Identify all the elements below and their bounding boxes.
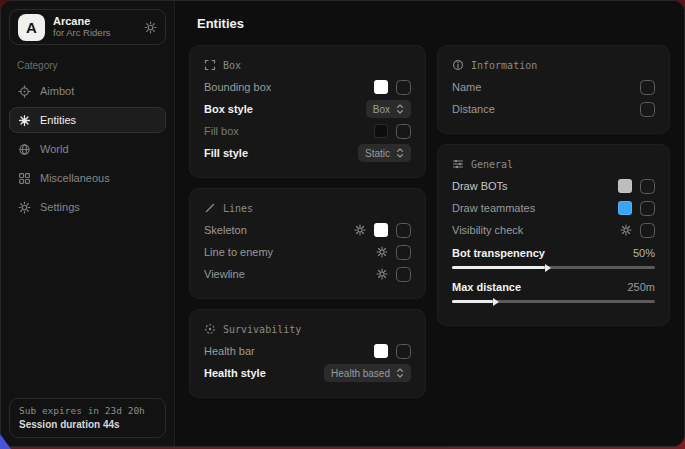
line-to-enemy-row: Line to enemy [204,241,411,263]
sidebar-item-label: Miscellaneous [40,172,110,184]
sidebar-item-world[interactable]: World [9,136,166,162]
color-swatch[interactable] [618,179,632,193]
gear-icon[interactable] [620,224,632,236]
sidebar-item-label: Entities [40,114,76,126]
draw-teammates-row: Draw teammates [452,197,655,219]
health-bar-checkbox[interactable] [396,344,411,359]
gear-icon [18,201,31,214]
sidebar-item-entities[interactable]: Entities [9,107,166,133]
sidebar-item-label: World [40,143,69,155]
bot-transparency-slider[interactable] [452,266,655,269]
category-label: Category [17,60,158,71]
chevron-up-down-icon [396,104,404,114]
color-swatch[interactable] [374,223,388,237]
fill-style-row: Fill style Static [204,142,411,164]
app-logo-badge: A [18,14,45,41]
grid-icon [18,172,31,185]
color-swatch[interactable] [374,344,388,358]
sidebar-item-settings[interactable]: Settings [9,194,166,220]
gear-icon[interactable] [376,246,388,258]
chevron-up-down-icon [396,368,404,378]
fill-box-checkbox[interactable] [396,124,411,139]
main-panel: Entities Box Bounding box [175,1,684,446]
section-title: Lines [223,203,253,214]
information-section: Information Name Distance [437,45,670,134]
survivability-section: Survivability Health bar Health style He… [189,309,426,398]
visibility-check-row: Visibility check [452,219,655,241]
max-distance-value: 250m [627,281,655,293]
sliders-icon [452,158,464,170]
gear-icon[interactable] [144,21,157,34]
sidebar-item-label: Settings [40,201,80,213]
app-logo-card: A Arcane for Arc Riders [9,9,166,45]
fill-style-select[interactable]: Static [358,144,411,162]
corner-brackets-icon [204,59,216,71]
cursor-pointer [0,434,12,449]
color-swatch[interactable] [618,201,632,215]
slider-thumb[interactable] [493,298,499,306]
skeleton-row: Skeleton [204,219,411,241]
health-bar-row: Health bar [204,340,411,362]
line-to-enemy-checkbox[interactable] [396,245,411,260]
name-checkbox[interactable] [640,80,655,95]
app-subtitle: for Arc Riders [53,28,111,39]
sidebar-item-aimbot[interactable]: Aimbot [9,78,166,104]
draw-bots-row: Draw BOTs [452,175,655,197]
app-name: Arcane [53,15,111,28]
section-title: Survivability [223,324,301,335]
line-icon [204,202,216,214]
box-style-select[interactable]: Box [366,100,411,118]
app-window: A Arcane for Arc Riders Category Aimbot … [0,0,685,447]
vitals-icon [204,323,216,335]
bot-transparency-value: 50% [633,247,655,259]
crosshair-icon [18,85,31,98]
bounding-box-checkbox[interactable] [396,80,411,95]
subscription-card: Sub expires in 23d 20h Session duration … [9,398,166,438]
section-title: Information [471,60,537,71]
slider-thumb[interactable] [545,264,551,272]
draw-teammates-checkbox[interactable] [640,201,655,216]
gear-icon[interactable] [376,268,388,280]
bounding-box-row: Bounding box [204,76,411,98]
health-style-select[interactable]: Health based [324,364,411,382]
bot-transparency-row: Bot transpenency 50% [452,244,655,269]
chevron-up-down-icon [396,148,404,158]
distance-row: Distance [452,98,655,120]
sidebar-item-label: Aimbot [40,85,74,97]
page-title: Entities [197,16,670,31]
lines-section: Lines Skeleton Line to enemy [189,188,426,299]
fill-box-row: Fill box [204,120,411,142]
info-icon [452,59,464,71]
box-section: Box Bounding box Box style Box [189,45,426,178]
color-swatch[interactable] [374,124,388,138]
distance-checkbox[interactable] [640,102,655,117]
max-distance-row: Max distance 250m [452,278,655,303]
sidebar-item-miscellaneous[interactable]: Miscellaneous [9,165,166,191]
entities-icon [18,114,31,127]
visibility-check-checkbox[interactable] [640,223,655,238]
session-duration-text: Session duration 44s [19,419,156,430]
viewline-row: Viewline [204,263,411,285]
draw-bots-checkbox[interactable] [640,179,655,194]
viewline-checkbox[interactable] [396,267,411,282]
sidebar: A Arcane for Arc Riders Category Aimbot … [1,1,175,446]
skeleton-checkbox[interactable] [396,223,411,238]
name-row: Name [452,76,655,98]
section-title: Box [223,60,241,71]
box-style-row: Box style Box [204,98,411,120]
health-style-row: Health style Health based [204,362,411,384]
globe-icon [18,143,31,156]
max-distance-slider[interactable] [452,300,655,303]
general-section: General Draw BOTs Draw teammates [437,144,670,326]
section-title: General [471,159,513,170]
sub-expiry-text: Sub expires in 23d 20h [19,405,156,416]
color-swatch[interactable] [374,80,388,94]
gear-icon[interactable] [354,224,366,236]
